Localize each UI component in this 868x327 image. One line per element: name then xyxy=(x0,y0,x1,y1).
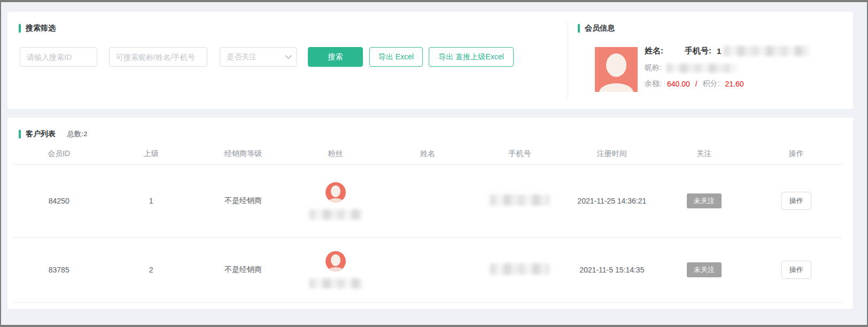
person-icon xyxy=(331,254,340,266)
points-label: 积分: xyxy=(703,79,720,89)
member-nickname-label: 昵称: xyxy=(645,63,662,73)
header-register-time: 注册时间 xyxy=(566,143,658,165)
search-keyword-input[interactable] xyxy=(109,47,207,67)
person-icon xyxy=(331,185,340,197)
chevron-down-icon xyxy=(285,52,292,59)
row-action-button[interactable]: 操作 xyxy=(781,192,811,210)
redacted-fan-nickname xyxy=(309,209,362,220)
table-header-row: 会员ID 上级 经销商等级 粉丝 姓名 手机号 注册时间 关注 操作 xyxy=(13,143,842,165)
header-fans: 粉丝 xyxy=(289,143,381,165)
person-icon-body xyxy=(328,198,344,203)
fan-info xyxy=(291,182,379,220)
member-name-phone-line: 姓名: 手机号: 1 xyxy=(645,46,809,56)
customer-table: 会员ID 上级 经销商等级 粉丝 姓名 手机号 注册时间 关注 操作 84250… xyxy=(13,143,842,303)
follow-filter-select[interactable]: 是否关注 xyxy=(220,47,297,67)
section-accent-bar xyxy=(578,24,580,33)
member-nickname-line: 昵称: xyxy=(645,63,809,73)
fan-avatar xyxy=(326,182,346,203)
customer-list-title: 客户列表 总数:2 xyxy=(19,129,88,139)
member-info-lines: 姓名: 手机号: 1 昵称: 余额: 640.00 / 积分: 21.6 xyxy=(645,46,809,89)
cell-action: 操作 xyxy=(750,165,843,237)
person-icon xyxy=(606,53,626,77)
member-avatar xyxy=(595,47,638,92)
cell-dealer-level: 不是经销商 xyxy=(197,165,289,237)
table-row: 83785 2 不是经销商 xyxy=(13,237,842,302)
row-action-button[interactable]: 操作 xyxy=(781,261,811,279)
separator-slash: / xyxy=(695,80,698,88)
fan-avatar xyxy=(326,251,346,271)
window-frame: 搜索筛选 是否关注 搜索 导出 Excel 导出 直推上级Excel 会员信息 … xyxy=(0,0,868,327)
cell-name xyxy=(382,165,474,237)
member-info-title: 会员信息 xyxy=(578,24,615,33)
cell-action: 操作 xyxy=(750,237,843,302)
customer-list-card: 客户列表 总数:2 会员ID 上级 经销商等级 粉丝 姓名 手机号 注册时间 关… xyxy=(7,118,853,309)
cell-phone xyxy=(474,165,565,237)
cell-register-time: 2021-11-5 15:14:35 xyxy=(566,237,658,302)
cell-register-time: 2021-11-25 14:36:21 xyxy=(566,165,658,237)
header-member-id: 会员ID xyxy=(13,143,105,165)
header-phone: 手机号 xyxy=(474,143,565,165)
header-dealer-level: 经销商等级 xyxy=(197,143,289,165)
redacted-phone-value xyxy=(490,263,549,275)
balance-value: 640.00 xyxy=(667,80,690,88)
section-accent-bar xyxy=(19,24,21,33)
cell-fans xyxy=(289,237,381,302)
cell-dealer-level: 不是经销商 xyxy=(197,237,289,302)
cell-member-id: 84250 xyxy=(13,165,105,237)
cell-member-id: 83785 xyxy=(13,237,105,302)
header-follow: 关注 xyxy=(658,143,750,165)
redacted-phone-value xyxy=(490,194,549,206)
redacted-nickname-value xyxy=(666,64,737,73)
points-value: 21.60 xyxy=(725,80,744,88)
search-id-input[interactable] xyxy=(20,47,97,67)
search-filter-title: 搜索筛选 xyxy=(19,24,56,33)
export-excel-button[interactable]: 导出 Excel xyxy=(369,47,423,67)
redacted-fan-nickname xyxy=(309,278,362,289)
vertical-divider xyxy=(568,22,568,98)
cell-phone xyxy=(474,237,565,302)
table-row: 84250 1 不是经销商 xyxy=(13,165,842,237)
follow-filter-placeholder: 是否关注 xyxy=(227,52,257,62)
redacted-phone-value xyxy=(723,46,809,56)
member-name-label: 姓名: xyxy=(645,46,663,56)
cell-follow: 未关注 xyxy=(658,237,750,302)
cell-follow: 未关注 xyxy=(658,165,750,237)
search-button[interactable]: 搜索 xyxy=(308,47,363,67)
member-phone-label: 手机号: xyxy=(685,46,711,56)
follow-status-badge: 未关注 xyxy=(687,193,722,208)
member-balance-line: 余额: 640.00 / 积分: 21.60 xyxy=(645,79,809,89)
search-and-member-card: 搜索筛选 是否关注 搜索 导出 Excel 导出 直推上级Excel 会员信息 … xyxy=(7,12,853,109)
header-name: 姓名 xyxy=(382,143,474,165)
section-accent-bar xyxy=(19,130,21,138)
header-action: 操作 xyxy=(750,143,843,165)
member-info-title-label: 会员信息 xyxy=(585,24,615,33)
cell-name xyxy=(382,237,474,302)
member-phone-prefix: 1 xyxy=(717,46,721,56)
balance-label: 余额: xyxy=(645,79,662,89)
fan-info xyxy=(291,251,379,289)
export-parent-excel-button[interactable]: 导出 直推上级Excel xyxy=(429,47,514,67)
header-parent: 上级 xyxy=(105,143,197,165)
search-filter-title-label: 搜索筛选 xyxy=(26,24,56,33)
customer-list-title-label: 客户列表 xyxy=(26,129,56,139)
follow-status-badge: 未关注 xyxy=(687,262,722,277)
cell-parent: 1 xyxy=(105,165,197,237)
person-icon-body xyxy=(328,267,344,271)
customer-total-count: 总数:2 xyxy=(67,129,88,139)
cell-fans xyxy=(289,165,381,237)
cell-parent: 2 xyxy=(105,237,197,302)
